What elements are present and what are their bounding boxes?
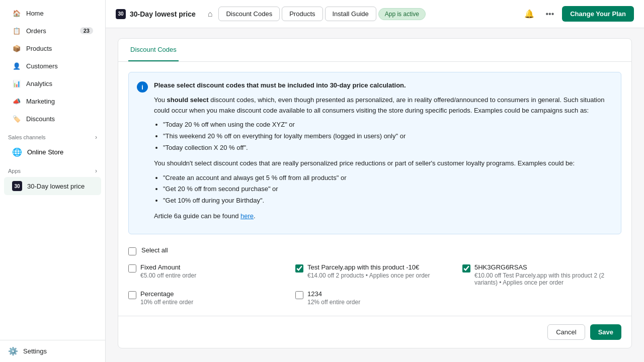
bullets-2-list: "Create an account and always get 5 % of… — [163, 173, 613, 206]
discount-cell: 5HK3GRG6RSAS €10.00 off Test Parcely.app… — [462, 263, 621, 286]
info-content: Please select discount codes that must b… — [154, 80, 613, 226]
apps-section: Apps › — [0, 161, 105, 176]
analytics-icon: 📊 — [12, 79, 21, 88]
bullet-item: "This weekend 20 % off on everything for… — [163, 131, 613, 142]
sidebar-item-online-store[interactable]: 🌐 Online Store — [4, 143, 101, 161]
info-box: i Please select discount codes that must… — [128, 72, 621, 234]
discount-item: Percentage 10% off entire order — [128, 290, 287, 306]
card-body: i Please select discount codes that must… — [118, 62, 631, 316]
discount-sub-fixed-amount: €5.00 off entire order — [140, 272, 196, 279]
discount-cell — [462, 290, 621, 306]
discount-sub-test-parcely: €14.00 off 2 products • Applies once per… — [307, 272, 430, 279]
discount-item: Fixed Amount €5.00 off entire order — [128, 263, 287, 279]
select-all-label[interactable]: Select all — [141, 246, 168, 254]
card-footer: Cancel Save — [118, 316, 631, 348]
sidebar-item-marketing[interactable]: 📣 Marketing — [4, 93, 101, 110]
main-card: Discount Codes i Please select discount … — [118, 38, 632, 348]
app-title: 30 30-Day lowest price — [116, 9, 196, 19]
bullet-item: "Create an account and always get 5 % of… — [163, 173, 613, 184]
top-header: 30 30-Day lowest price ⌂ Discount Codes … — [106, 0, 644, 28]
discount-sub-percentage: 10% off entire order — [140, 299, 193, 306]
select-all-row: Select all — [128, 246, 621, 255]
discount-item: 1234 12% off entire order — [295, 290, 454, 306]
discount-cell: Fixed Amount €5.00 off entire order — [128, 263, 287, 286]
sales-channels-section: Sales channels › — [0, 128, 105, 143]
discount-checkbox-5hk3grg6rsas[interactable] — [462, 264, 470, 273]
select-all-checkbox[interactable] — [128, 247, 136, 255]
tab-discount-codes[interactable]: Discount Codes — [218, 7, 280, 21]
bullet-item: "Get 20 % off from second purchase" or — [163, 184, 613, 195]
bullet-item: "Get 10% off during your Birthday". — [163, 196, 613, 206]
discount-sub-5hk3grg6rsas: €10.00 off Test Parcely.app with this pr… — [474, 272, 621, 286]
discount-cell: Test Parcely.app with this product -10€ … — [295, 263, 454, 286]
app-30-icon: 30 — [12, 181, 22, 191]
home-icon: 🏠 — [12, 9, 21, 18]
header-home-icon[interactable]: ⌂ — [208, 10, 213, 19]
discounts-grid: Fixed Amount €5.00 off entire order Test… — [128, 263, 621, 306]
marketing-icon: 📣 — [12, 97, 21, 106]
discount-checkbox-percentage[interactable] — [128, 291, 136, 299]
bullet-item: "Today collection X 20 % off". — [163, 143, 613, 153]
sidebar-item-customers[interactable]: 👤 Customers — [4, 57, 101, 74]
sidebar-item-home[interactable]: 🏠 Home — [4, 5, 101, 22]
discount-label-fixed-amount[interactable]: Fixed Amount — [140, 263, 181, 271]
discounts-icon: 🏷️ — [12, 114, 21, 123]
discount-label-test-parcely[interactable]: Test Parcely.app with this product -10€ — [307, 263, 419, 271]
article-link[interactable]: here — [240, 212, 254, 220]
discount-item: Test Parcely.app with this product -10€ … — [295, 263, 454, 279]
sidebar-item-discounts[interactable]: 🏷️ Discounts — [4, 110, 101, 127]
orders-badge: 23 — [80, 27, 93, 34]
save-button[interactable]: Save — [590, 324, 621, 340]
customers-icon: 👤 — [12, 61, 21, 70]
sidebar-item-analytics[interactable]: 📊 Analytics — [4, 75, 101, 92]
products-icon: 📦 — [12, 44, 21, 53]
bell-icon[interactable]: 🔔 — [521, 7, 537, 21]
discount-sub-1234: 12% off entire order — [307, 299, 360, 306]
apps-chevron-icon: › — [95, 167, 97, 174]
header-nav-tabs: Discount Codes Products Install Guide Ap… — [218, 7, 515, 21]
discount-checkbox-1234[interactable] — [295, 291, 303, 299]
bullet-item: "Today 20 % off when using the code XYZ"… — [163, 120, 613, 130]
discount-checkbox-test-parcely[interactable] — [295, 264, 303, 273]
header-app-icon: 30 — [116, 9, 126, 19]
app-status-badge: App is active — [378, 8, 426, 20]
tab-products[interactable]: Products — [282, 7, 323, 21]
card-tab-discount-codes[interactable]: Discount Codes — [128, 39, 179, 61]
content-area: Discount Codes i Please select discount … — [106, 28, 644, 362]
sidebar-item-30day-app[interactable]: 30 30-Day lowest price — [4, 177, 101, 195]
discount-item: 5HK3GRG6RSAS €10.00 off Test Parcely.app… — [462, 263, 621, 286]
orders-icon: 📋 — [12, 26, 21, 35]
info-icon: i — [137, 81, 148, 93]
main-content: 30 30-Day lowest price ⌂ Discount Codes … — [106, 0, 644, 362]
discount-label-percentage[interactable]: Percentage — [140, 290, 174, 298]
discount-cell: 1234 12% off entire order — [295, 290, 454, 306]
card-tabs: Discount Codes — [118, 39, 631, 62]
settings-icon: ⚙️ — [8, 346, 18, 356]
sidebar-item-products[interactable]: 📦 Products — [4, 40, 101, 57]
more-options-icon[interactable]: ••• — [542, 8, 557, 21]
sidebar-settings[interactable]: ⚙️ Settings — [0, 340, 105, 362]
cancel-button[interactable]: Cancel — [547, 324, 585, 340]
header-actions: 🔔 ••• Change Your Plan — [521, 6, 634, 22]
change-plan-button[interactable]: Change Your Plan — [562, 6, 634, 22]
bullets-1-list: "Today 20 % off when using the code XYZ"… — [163, 120, 613, 153]
discount-label-5hk3grg6rsas[interactable]: 5HK3GRG6RSAS — [474, 263, 527, 271]
sales-channels-chevron-icon: › — [95, 134, 97, 141]
discount-cell: Percentage 10% off entire order — [128, 290, 287, 306]
online-store-icon: 🌐 — [12, 147, 22, 157]
tab-install-guide[interactable]: Install Guide — [325, 7, 376, 21]
discount-checkbox-fixed-amount[interactable] — [128, 264, 136, 273]
discount-label-1234[interactable]: 1234 — [307, 290, 322, 298]
sidebar-item-orders[interactable]: 📋 Orders 23 — [4, 22, 101, 39]
sidebar: 🏠 Home 📋 Orders 23 📦 Products 👤 Customer… — [0, 0, 106, 362]
